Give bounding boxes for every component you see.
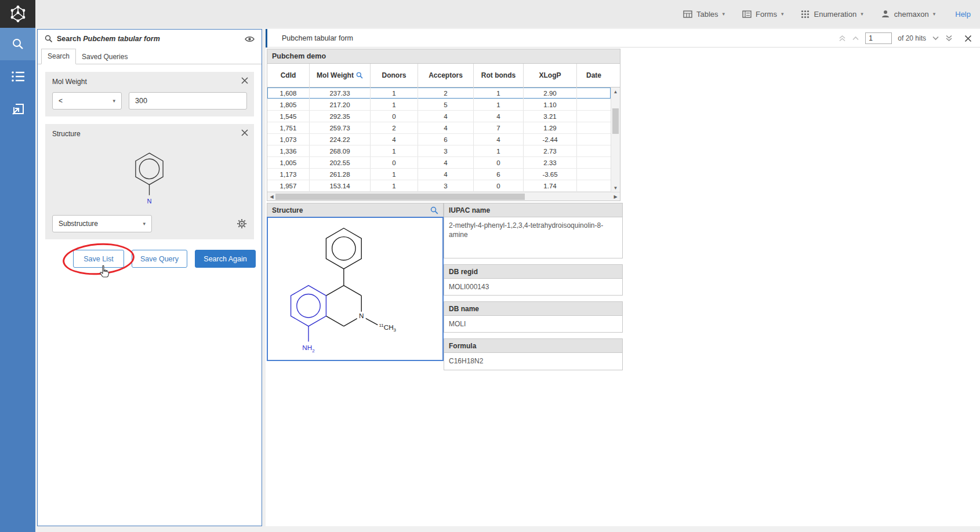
search-again-button[interactable]: Search Again [195, 250, 256, 268]
table-row[interactable]: 1,805217.201511.10 [267, 99, 611, 111]
hits-count-label: of 20 hits [898, 34, 926, 42]
table-row[interactable]: 1,751259.732471.29 [267, 122, 611, 134]
table-cell: 1 [474, 99, 524, 110]
double-chevron-up-icon [839, 35, 846, 42]
table-row[interactable]: 1,336268.091312.73 [267, 145, 611, 157]
column-label: CdId [281, 71, 296, 79]
table-cell: 3.21 [524, 111, 577, 122]
table-cell: 2 [371, 122, 418, 133]
table-cell: 2 [418, 88, 474, 99]
search-icon [45, 35, 53, 43]
table-cell: 7 [474, 122, 524, 133]
table-cell: 4 [474, 111, 524, 122]
mol-weight-operator-select[interactable]: < ▾ [52, 92, 122, 110]
previous-record-button[interactable] [852, 36, 859, 41]
form-title: Pubchem tabular form [282, 34, 353, 42]
table-row[interactable]: 1,957153.141301.74 [267, 180, 611, 192]
table-cell: 1,073 [267, 134, 310, 145]
last-record-button[interactable] [945, 35, 953, 42]
table-cell: 1 [371, 88, 418, 99]
grid-dots-icon [801, 10, 810, 19]
close-icon [964, 35, 972, 42]
column-header-donors[interactable]: Donors [371, 64, 418, 87]
column-label: Rot bonds [481, 71, 516, 79]
table-row[interactable]: 1,545292.350443.21 [267, 111, 611, 122]
user-menu[interactable]: chemaxon ▾ [881, 9, 936, 19]
sidebar-item-export[interactable] [0, 93, 35, 125]
preview-eye-button[interactable] [245, 35, 255, 43]
structure-settings-button[interactable] [237, 218, 247, 229]
table-cell: 4 [418, 169, 474, 180]
remove-mol-weight-filter-button[interactable] [241, 77, 248, 84]
table-cell: 2.73 [524, 145, 577, 156]
chemaxon-logo-icon [8, 4, 28, 24]
tables-menu[interactable]: Tables ▾ [683, 10, 725, 19]
structure-filter: Structure N Substructure ▾ [45, 124, 254, 239]
table-cell: 1,005 [267, 157, 310, 168]
table-cell [577, 122, 611, 133]
next-record-button[interactable] [932, 36, 939, 41]
vertical-scrollbar[interactable]: ▲ ▼ [611, 88, 620, 192]
double-chevron-down-icon [945, 35, 953, 42]
column-header-acceptors[interactable]: Acceptors [418, 64, 474, 87]
table-cell: 1,751 [267, 122, 310, 133]
forms-menu[interactable]: Forms ▾ [742, 10, 783, 19]
hit-structure-cell[interactable]: N 11CH3 NH2 [267, 217, 444, 361]
horizontal-scroll-thumb[interactable] [275, 194, 525, 200]
scroll-right-arrow[interactable]: ▶ [611, 192, 620, 201]
column-label: Mol Weight [317, 71, 354, 79]
table-cell [577, 111, 611, 122]
structure-search-mode-select[interactable]: Substructure ▾ [52, 215, 152, 232]
field-value: MOLI000143 [444, 279, 622, 295]
mol-weight-value-input[interactable] [129, 92, 247, 110]
scroll-down-arrow[interactable]: ▼ [611, 184, 620, 192]
table-row[interactable]: 1,005202.550402.33 [267, 157, 611, 169]
column-header-cdid[interactable]: CdId [267, 64, 310, 87]
first-record-button[interactable] [839, 35, 846, 42]
caret-down-icon: ▾ [933, 11, 936, 17]
record-number-input[interactable] [865, 32, 892, 44]
column-header-xlogp[interactable]: XLogP [524, 64, 577, 87]
horizontal-scrollbar[interactable]: ◀ ▶ [267, 192, 620, 201]
field-label: Formula [444, 339, 622, 353]
table-cell: 2.90 [524, 88, 577, 99]
scroll-up-arrow[interactable]: ▲ [611, 88, 620, 96]
tab-saved-queries[interactable]: Saved Queries [76, 50, 133, 64]
field-iupac-name: IUPAC name 2-methyl-4-phenyl-1,2,3,4-tet… [444, 203, 623, 258]
table-row[interactable]: 1,073224.22464-2.44 [267, 134, 611, 145]
structure-field-search-button[interactable] [430, 206, 438, 214]
caret-down-icon: ▾ [112, 98, 115, 104]
column-header-mol-weight[interactable]: Mol Weight [310, 64, 371, 87]
close-form-button[interactable] [964, 35, 972, 42]
column-header-date[interactable]: Date [577, 64, 611, 87]
caret-down-icon: ▾ [143, 221, 146, 227]
scroll-left-arrow[interactable]: ◀ [267, 192, 276, 201]
remove-structure-filter-button[interactable] [241, 129, 248, 136]
query-n-atom-label: N [147, 198, 151, 205]
table-row[interactable]: 1,173261.28146-3.65 [267, 169, 611, 180]
save-query-button[interactable]: Save Query [132, 250, 187, 268]
caret-down-icon: ▾ [861, 11, 863, 17]
column-header-rot-bonds[interactable]: Rot bonds [474, 64, 524, 87]
n-methyl-label: 11CH3 [379, 323, 396, 333]
forms-menu-label: Forms [756, 10, 777, 19]
table-cell [577, 180, 611, 191]
enumeration-menu[interactable]: Enumeration ▾ [801, 10, 863, 19]
save-list-button[interactable]: Save List [73, 250, 124, 268]
form-header-accent [266, 29, 267, 48]
table-row[interactable]: 1,608237.331212.90 [267, 88, 611, 99]
search-icon [430, 206, 438, 214]
query-structure-canvas[interactable]: N [52, 140, 247, 209]
pagination: of 20 hits [839, 29, 972, 48]
sidebar-item-search[interactable] [0, 28, 35, 60]
results-grid: Pubchem demo CdId Mol Weight Donors Acce… [267, 49, 620, 201]
table-cell: 5 [418, 99, 474, 110]
sidebar-item-lists[interactable] [0, 60, 35, 93]
caret-down-icon: ▾ [781, 11, 784, 17]
table-cell [577, 157, 611, 168]
topbar-menus: Tables ▾ Forms ▾ Enumeration ▾ [666, 0, 971, 28]
help-link[interactable]: Help [955, 10, 971, 19]
tab-search[interactable]: Search [41, 49, 76, 64]
vertical-scroll-thumb[interactable] [612, 108, 619, 134]
table-cell: 0 [474, 180, 524, 191]
